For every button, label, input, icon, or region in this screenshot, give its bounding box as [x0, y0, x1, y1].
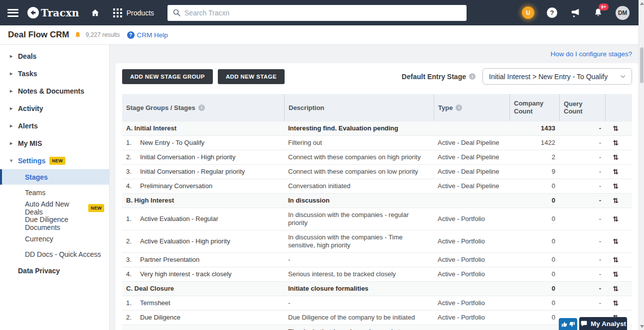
reorder-handle-icon[interactable]: ⇅ [613, 124, 619, 132]
stage-row: 2.Active Evaluation - High priorityIn di… [122, 230, 632, 252]
query-count-cell: - [559, 136, 605, 150]
scrollbar-down-arrow[interactable] [640, 325, 644, 328]
stage-name-cell: 1.Termsheet [122, 296, 284, 310]
hamburger-menu-icon[interactable] [7, 9, 18, 17]
stage-type-cell [434, 121, 509, 135]
alert-bell-icon[interactable] [74, 31, 82, 39]
table-body: A. Initial InterestInteresting find. Eva… [122, 121, 632, 330]
chevron-right-icon: ▸ [10, 123, 18, 128]
stage-name: Very high interest - track closely [140, 270, 232, 278]
stage-name: Initial Conversation - High priority [140, 153, 235, 161]
stage-type-cell [434, 194, 509, 208]
scrollbar-thumb[interactable] [640, 47, 644, 83]
company-count-cell: 1433 [509, 121, 559, 135]
row-actions-cell: ⇅ [605, 165, 626, 179]
my-analyst-button[interactable]: My Analyst [579, 317, 627, 330]
vertical-scrollbar[interactable] [639, 0, 644, 330]
row-actions-cell: ⇅ [605, 253, 626, 267]
stage-number: 4. [126, 182, 140, 190]
configure-stages-link[interactable]: How do I configure stages? [550, 50, 632, 58]
stage-name-cell: 3.Partner Presentation [122, 253, 284, 267]
sidebar-item-deals[interactable]: ▸Deals [0, 47, 109, 65]
reorder-handle-icon[interactable]: ⇅ [613, 197, 619, 205]
page-subheader: Deal Flow CRM 9,227 results ? CRM Help [0, 25, 639, 45]
reorder-handle-icon[interactable]: ⇅ [613, 182, 619, 190]
sidebar-item-settings[interactable]: ▾SettingsNEW [0, 152, 109, 169]
stage-name-cell: B. High Interest [122, 194, 284, 208]
column-header-description: Description [284, 94, 434, 121]
new-badge: NEW [49, 157, 65, 165]
user-avatar[interactable]: DM [616, 6, 630, 20]
reorder-handle-icon[interactable]: ⇅ [613, 299, 619, 307]
reorder-handle-icon[interactable]: ⇅ [613, 153, 619, 161]
scrollbar-up-arrow[interactable] [640, 2, 644, 5]
search-input[interactable] [167, 5, 467, 21]
sidebar-item-label: Data Privacy [18, 267, 60, 275]
notifications-bell-icon[interactable]: 9+ [593, 7, 603, 18]
company-count-cell: 2 [509, 150, 559, 164]
stage-name-cell: 3.Initial Conversation - Regular priorit… [122, 165, 284, 179]
sidebar-item-data-privacy[interactable]: Data Privacy [0, 262, 109, 279]
stage-type-cell: Active - Portfolio [434, 253, 509, 267]
default-entry-stage-dropdown[interactable]: Initial Interest > New Entry - To Qualif… [483, 68, 632, 85]
search-icon [172, 8, 181, 17]
sidebar-item-notes-documents[interactable]: ▸Notes & Documents [0, 82, 109, 100]
reorder-handle-icon[interactable]: ⇅ [613, 256, 619, 264]
company-count-cell: 1422 [509, 136, 559, 150]
reorder-handle-icon[interactable]: ⇅ [613, 215, 619, 223]
feedback-thumbs-button[interactable] [559, 318, 577, 330]
add-new-stage-group-button[interactable]: ADD NEW STAGE GROUP [122, 69, 213, 84]
stage-name-cell: D. Passed Deals [122, 325, 284, 330]
home-icon[interactable] [90, 8, 100, 18]
crm-help-label: CRM Help [137, 31, 168, 39]
crm-help-link[interactable]: ? CRM Help [127, 31, 168, 39]
reorder-handle-icon[interactable]: ⇅ [613, 237, 619, 245]
default-entry-stage: Default Entry Stage i Initial Interest >… [402, 68, 632, 85]
sidebar-item-label: My MIS [18, 139, 42, 147]
stage-row: 3.Initial Conversation - Regular priorit… [122, 164, 632, 179]
reorder-handle-icon[interactable]: ⇅ [613, 285, 619, 293]
reorder-handle-icon[interactable]: ⇅ [613, 139, 619, 147]
reorder-handle-icon[interactable]: ⇅ [613, 168, 619, 176]
sidebar-item-my-mis[interactable]: ▸My MIS [0, 134, 109, 152]
announcements-icon[interactable] [570, 8, 581, 18]
stage-type-cell: Active - Deal Pipeline [434, 150, 509, 164]
sidebar-item-due-diligence-documents[interactable]: Due Diligence Documents [0, 216, 109, 231]
table-header: Stage Groups / Stagesi Description Typei… [122, 94, 632, 121]
row-actions-cell: ⇅ [605, 136, 626, 150]
stage-name-cell: 4.Very high interest - track closely [122, 267, 284, 281]
stages-toolbar: ADD NEW STAGE GROUP ADD NEW STAGE Defaul… [122, 68, 632, 85]
sidebar-item-stages[interactable]: Stages [0, 169, 109, 185]
sidebar-item-currency[interactable]: Currency [0, 231, 109, 246]
sidebar-item-dd-docs-quick-access[interactable]: DD Docs - Quick Access [0, 246, 109, 262]
sidebar-item-teams[interactable]: Teams [0, 185, 109, 200]
stage-type-cell [434, 282, 509, 296]
new-badge: NEW [88, 204, 104, 212]
chevron-down-icon: ▾ [10, 158, 18, 163]
tracxn-logo[interactable]: Tracxn [27, 7, 79, 19]
stage-group-name: B. High Interest [126, 197, 174, 205]
stages-panel: ADD NEW STAGE GROUP ADD NEW STAGE Defaul… [116, 63, 639, 330]
navbar-actions: U ? 9+ DM [522, 6, 630, 20]
chevron-right-icon: ▸ [10, 71, 18, 76]
reorder-handle-icon[interactable]: ⇅ [613, 270, 619, 278]
sidebar-item-auto-add-new-deals[interactable]: Auto Add New DealsNEW [0, 200, 109, 216]
stage-name-cell: 4.Preliminary Conversation [122, 179, 284, 193]
products-menu[interactable]: Products [113, 8, 154, 17]
user-plan-badge[interactable]: U [522, 6, 534, 19]
stage-number: 3. [126, 256, 140, 264]
chat-icon [580, 320, 588, 327]
sidebar-item-activity[interactable]: ▸Activity [0, 100, 109, 117]
stage-name: Due Diligence [140, 314, 180, 322]
stage-description-cell: Interesting find. Evaluation pending [284, 121, 434, 135]
stage-group-row: D. Passed DealsThe deals that have been … [122, 325, 632, 330]
stage-name-cell: 1.Active Evaluation - Regular [122, 208, 284, 230]
thumbs-up-icon [561, 321, 568, 328]
stage-name-cell: 2.Initial Conversation - High priority [122, 150, 284, 164]
add-new-stage-button[interactable]: ADD NEW STAGE [218, 69, 285, 84]
stage-description-cell: Conversation initiated [284, 179, 434, 193]
help-icon[interactable]: ? [547, 7, 557, 18]
sidebar-item-tasks[interactable]: ▸Tasks [0, 65, 109, 82]
stage-name: New Entry - To Qualify [140, 139, 204, 147]
sidebar-item-alerts[interactable]: ▸Alerts [0, 117, 109, 134]
